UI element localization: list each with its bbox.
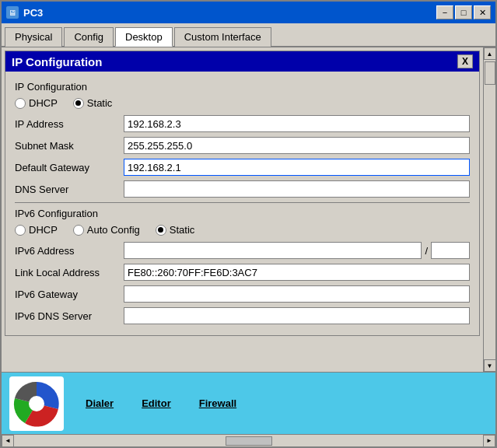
ipv4-static-radio[interactable]: Static [73, 97, 113, 109]
pie-chart [13, 380, 60, 427]
ipv6-auto-radio[interactable]: Auto Config [73, 224, 140, 236]
ipv6-dns-label: IPv6 DNS Server [15, 310, 124, 322]
scroll-up-button[interactable]: ▲ [484, 47, 496, 60]
ipv4-section-label: IP Configuration [15, 81, 470, 93]
content-area: IP Configuration X IP Configuration DHCP… [2, 47, 495, 372]
ipv6-dhcp-label: DHCP [29, 224, 58, 236]
dns-server-row: DNS Server [15, 180, 470, 198]
ipv6-dns-input[interactable] [124, 307, 470, 324]
ipv6-address-input[interactable] [124, 242, 422, 259]
ipv6-gateway-row: IPv6 Gateway [15, 285, 470, 303]
ipv6-slash: / [425, 245, 428, 257]
ip-address-input[interactable] [124, 115, 470, 132]
ipv4-static-radio-circle [73, 98, 84, 109]
ipv6-gateway-input[interactable] [124, 285, 470, 303]
ipv6-static-label: Static [170, 224, 195, 236]
subnet-mask-label: Subnet Mask [15, 140, 124, 152]
ip-address-label: IP Address [15, 118, 124, 130]
ipv4-dhcp-label: DHCP [29, 97, 58, 109]
firewall-button[interactable]: Firewall [193, 394, 243, 412]
horizontal-scrollbar: ◄ ► [2, 434, 495, 446]
ip-config-body: IP Configuration DHCP Static [5, 72, 479, 335]
main-panel: IP Configuration X IP Configuration DHCP… [2, 47, 483, 372]
window-title: PC3 [23, 7, 436, 19]
ipv6-gateway-label: IPv6 Gateway [15, 289, 124, 300]
section-divider [15, 202, 470, 203]
ipv6-dns-row: IPv6 DNS Server [15, 307, 470, 324]
ip-config-header: IP Configuration X [5, 51, 479, 72]
editor-button[interactable]: Editor [135, 394, 177, 412]
ipv4-dhcp-radio-circle [15, 98, 26, 109]
bottom-area: Dialer Editor Firewall [2, 372, 495, 434]
tab-bar: Physical Config Desktop Custom Interface [2, 23, 495, 47]
ipv6-auto-label: Auto Config [87, 224, 140, 236]
ipv6-address-input-group: / [124, 242, 470, 259]
titlebar: 🖥 PC3 − □ ✕ [2, 2, 495, 23]
tab-physical[interactable]: Physical [5, 27, 62, 47]
tab-custom-interface[interactable]: Custom Interface [174, 27, 271, 47]
default-gateway-label: Default Gateway [15, 162, 124, 173]
vertical-scrollbar: ▲ ▼ [483, 47, 495, 372]
ipv6-dhcp-radio[interactable]: DHCP [15, 224, 58, 236]
link-local-row: Link Local Address [15, 264, 470, 281]
ip-config-close-button[interactable]: X [457, 54, 473, 68]
scroll-left-button[interactable]: ◄ [2, 435, 14, 447]
ipv4-static-label: Static [87, 97, 113, 109]
ip-config-title: IP Configuration [12, 55, 102, 68]
scroll-down-button[interactable]: ▼ [484, 359, 496, 372]
link-local-label: Link Local Address [15, 267, 124, 278]
minimize-button[interactable]: − [436, 5, 453, 19]
ipv6-address-label: IPv6 Address [15, 245, 124, 257]
default-gateway-input[interactable] [124, 159, 470, 176]
tab-desktop[interactable]: Desktop [115, 27, 173, 47]
ipv6-static-radio-circle [156, 225, 166, 236]
tab-config[interactable]: Config [64, 27, 114, 47]
ip-address-row: IP Address [15, 115, 470, 132]
ipv6-dhcp-radio-circle [15, 225, 26, 236]
ipv6-auto-radio-circle [73, 225, 84, 236]
ipv6-address-row: IPv6 Address / [15, 242, 470, 259]
maximize-button[interactable]: □ [455, 5, 472, 19]
subnet-mask-row: Subnet Mask [15, 137, 470, 154]
close-button[interactable]: ✕ [474, 5, 491, 19]
ipv4-radio-group: DHCP Static [15, 97, 470, 109]
titlebar-controls: − □ ✕ [436, 5, 491, 19]
window-icon: 🖥 [6, 6, 19, 19]
svg-point-1 [29, 396, 44, 411]
dialer-button[interactable]: Dialer [79, 394, 120, 412]
scroll-h-track [14, 436, 483, 446]
default-gateway-row: Default Gateway [15, 159, 470, 176]
ipv6-section-label: IPv6 Configuration [15, 208, 470, 219]
ipv4-dhcp-radio[interactable]: DHCP [15, 97, 58, 109]
pc-icon [9, 376, 64, 431]
dns-server-label: DNS Server [15, 184, 124, 195]
ip-config-box: IP Configuration X IP Configuration DHCP… [5, 51, 480, 336]
scroll-thumb[interactable] [485, 61, 495, 85]
scroll-right-button[interactable]: ► [483, 435, 495, 447]
main-window: 🖥 PC3 − □ ✕ Physical Config Desktop Cust… [0, 0, 497, 448]
scroll-h-thumb[interactable] [226, 436, 272, 446]
ipv6-radio-group: DHCP Auto Config Static [15, 224, 470, 236]
link-local-input[interactable] [124, 264, 470, 281]
subnet-mask-input[interactable] [124, 137, 470, 154]
ipv6-prefix-input[interactable] [431, 242, 470, 259]
ipv6-static-radio[interactable]: Static [156, 224, 195, 236]
dns-server-input[interactable] [124, 180, 470, 198]
